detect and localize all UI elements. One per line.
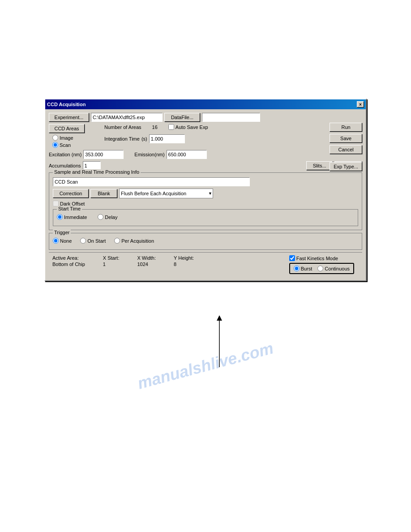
image-radio-label[interactable]: Image (52, 135, 85, 141)
integration-time-unit: (s) (141, 136, 147, 142)
datafile-button[interactable]: DataFile... (164, 113, 200, 122)
immediate-radio[interactable] (57, 214, 63, 220)
ccd-acquisition-dialog: CCD Acquisition × Run Save Cancel Exp Ty… (44, 99, 367, 281)
y-height-item: Y Height: 8 (174, 255, 194, 274)
accumulations-input[interactable] (83, 161, 101, 170)
flush-select[interactable]: Flush Before Each Acquisition No Flush F… (119, 189, 213, 198)
number-of-areas-value: 16 (152, 124, 158, 130)
fast-kinetics-checkbox[interactable] (289, 255, 295, 261)
continuous-label: Continuous (325, 266, 350, 271)
close-button[interactable]: × (357, 101, 364, 107)
trigger-label: Trigger (53, 230, 71, 235)
emission-input[interactable] (167, 150, 207, 159)
trigger-radios: None On Start Per Acquisition (53, 238, 358, 244)
exp-type-button[interactable]: Exp Type... (330, 162, 362, 171)
accum-row: Accumulations Slits... Mirrors... (49, 161, 362, 170)
blank-button[interactable]: Blank (90, 189, 117, 198)
active-area-item: Active Area: Bottom of Chip (52, 255, 85, 274)
trigger-none-radio[interactable] (53, 238, 59, 244)
run-button[interactable]: Run (330, 123, 362, 132)
dialog-body: Run Save Cancel Exp Type... Experiment..… (45, 109, 366, 280)
delay-label: Delay (105, 215, 117, 220)
datafile-input[interactable] (202, 113, 260, 122)
fast-kinetics-checkbox-label[interactable]: Fast Kinetics Mode (289, 255, 354, 261)
cancel-button[interactable]: Cancel (330, 145, 362, 154)
y-height-label: Y Height: (174, 255, 194, 261)
trigger-none-label[interactable]: None (53, 238, 72, 244)
excitation-input[interactable] (83, 150, 124, 159)
burst-radio-label[interactable]: Burst (294, 266, 313, 271)
watermark: manualshlive.com (136, 339, 275, 393)
trigger-per-acquisition-radio[interactable] (114, 238, 120, 244)
immediate-label: Immediate (64, 215, 87, 220)
integration-time-input[interactable] (149, 134, 185, 143)
continuous-radio-label[interactable]: Continuous (317, 266, 350, 271)
immediate-radio-label[interactable]: Immediate (57, 214, 87, 220)
right-buttons: Run Save Cancel Exp Type... (330, 123, 362, 171)
x-width-item: X Width: 1024 (137, 255, 156, 274)
auto-save-exp-checkbox[interactable] (168, 124, 174, 130)
active-area-label: Active Area: (52, 255, 85, 261)
trigger-on-start-label[interactable]: On Start (80, 238, 106, 244)
sample-group-label: Sample and Real Time Processing Info (53, 169, 141, 175)
image-radio[interactable] (52, 135, 58, 141)
start-time-group: Start Time Immediate Delay (53, 209, 358, 226)
excitation-emission-row: Excitation (nm) Emission(nm) (49, 150, 362, 159)
scan-radio-label[interactable]: Scan (52, 142, 85, 148)
active-area-value: Bottom of Chip (52, 262, 85, 267)
x-start-item: X Start: 1 (103, 255, 120, 274)
areas-time-group: Number of Areas 16 Auto Save Exp Integra… (104, 124, 208, 146)
auto-save-exp-label: Auto Save Exp (176, 124, 208, 130)
trigger-on-start-text: On Start (87, 238, 106, 244)
continuous-radio[interactable] (317, 266, 323, 271)
title-bar: CCD Acquisition × (45, 99, 366, 109)
burst-label: Burst (301, 266, 313, 271)
page-container: CCD Acquisition × Run Save Cancel Exp Ty… (0, 0, 411, 532)
integration-time-row: Integration Time (s) (104, 134, 208, 143)
dark-offset-text: Dark Offset (60, 201, 85, 206)
dark-offset-row: Dark Offset (53, 201, 358, 206)
auto-save-exp-checkbox-label[interactable]: Auto Save Exp (168, 124, 208, 130)
ccd-areas-group: CCD Areas Image Scan (49, 124, 85, 148)
info-bar: Active Area: Bottom of Chip X Start: 1 X… (49, 252, 362, 277)
delay-radio-label[interactable]: Delay (98, 214, 117, 220)
dialog-title: CCD Acquisition (47, 102, 86, 107)
fast-kinetics-area: Fast Kinetics Mode Burst Continuous (212, 255, 359, 274)
ccd-scan-row (53, 177, 358, 186)
trigger-group-box: Trigger None On Start Per Acquisition (49, 233, 362, 250)
number-of-areas-row: Number of Areas 16 Auto Save Exp (104, 124, 208, 130)
filepath-input[interactable] (91, 113, 163, 122)
fast-kinetics-group: Fast Kinetics Mode Burst Continuous (289, 255, 354, 274)
x-start-label: X Start: (103, 255, 120, 261)
trigger-per-acquisition-text: Per Acquisition (121, 238, 154, 244)
ccd-scan-input[interactable] (53, 177, 250, 186)
slits-button[interactable]: Slits... (306, 161, 333, 170)
flush-select-wrapper[interactable]: Flush Before Each Acquisition No Flush F… (119, 189, 213, 198)
number-of-areas-label: Number of Areas (104, 124, 141, 130)
trigger-per-acquisition-label[interactable]: Per Acquisition (114, 238, 154, 244)
x-width-value: 1024 (137, 262, 156, 267)
scan-label: Scan (60, 142, 71, 148)
start-time-radios: Immediate Delay (57, 214, 354, 220)
ccd-areas-row: CCD Areas Image Scan Numbe (49, 124, 362, 148)
correction-button[interactable]: Correction (53, 189, 89, 198)
x-start-value: 1 (103, 262, 120, 267)
top-row: Experiment... DataFile... (49, 113, 362, 122)
burst-radio[interactable] (294, 266, 300, 271)
fast-kinetics-label: Fast Kinetics Mode (296, 256, 338, 261)
correction-row: Correction Blank Flush Before Each Acqui… (53, 189, 358, 198)
y-height-value: 8 (174, 262, 194, 267)
delay-radio[interactable] (98, 214, 103, 220)
emission-label: Emission(nm) (134, 152, 164, 157)
fast-kinetics-highlight: Burst Continuous (289, 263, 354, 274)
trigger-none-text: None (60, 238, 72, 244)
start-time-label: Start Time (57, 206, 82, 211)
save-button[interactable]: Save (330, 134, 362, 143)
sample-group-box: Sample and Real Time Processing Info Cor… (49, 172, 362, 230)
trigger-on-start-radio[interactable] (80, 238, 86, 244)
ccd-areas-button[interactable]: CCD Areas (49, 124, 85, 133)
experiment-button[interactable]: Experiment... (49, 113, 89, 122)
scan-radio[interactable] (52, 142, 58, 148)
excitation-label: Excitation (nm) (49, 152, 81, 157)
integration-time-label: Integration Time (104, 136, 140, 142)
